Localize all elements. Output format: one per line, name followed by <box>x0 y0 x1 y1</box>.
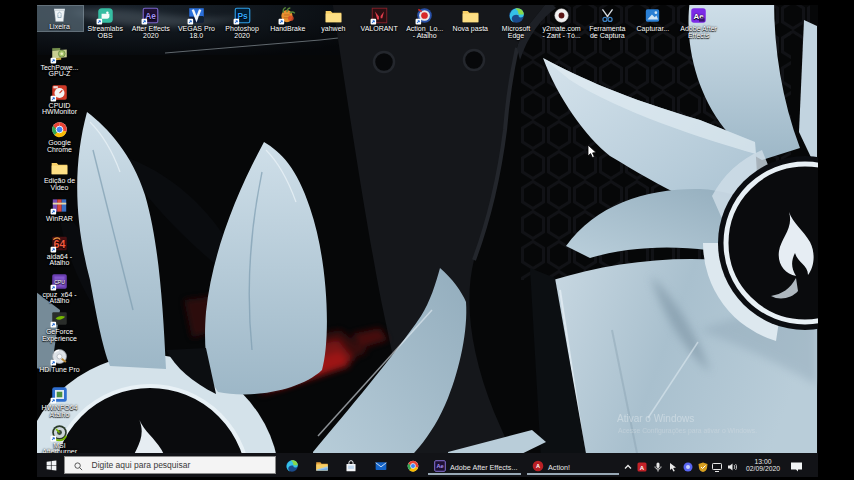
svg-text:A: A <box>639 464 644 470</box>
svg-text:Ae: Ae <box>436 463 443 469</box>
svg-text:CPU: CPU <box>54 278 65 284</box>
svg-text:A: A <box>536 463 540 469</box>
